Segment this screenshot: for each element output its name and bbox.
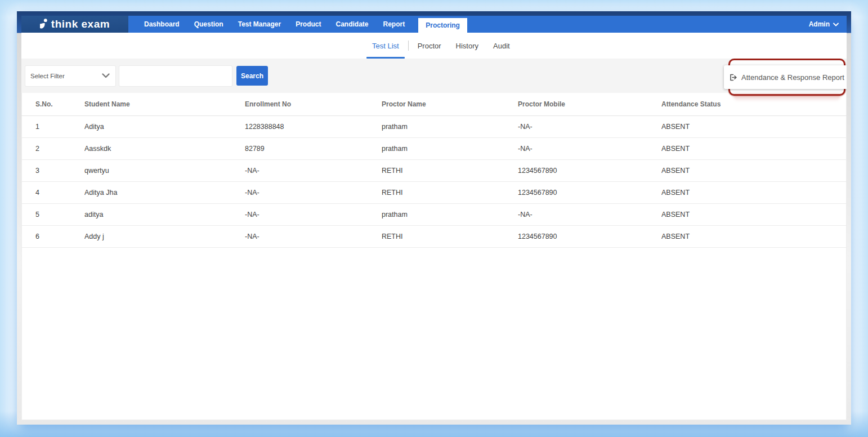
table-row: 5aditya-NA-pratham-NA-ABSENT (21, 203, 847, 225)
table-row: 2Aasskdk82789pratham-NA-ABSENT (21, 137, 847, 159)
table-cell: 2 (21, 137, 84, 159)
table-cell: 6 (21, 225, 84, 247)
table-cell: -NA- (245, 181, 382, 203)
tab-test-list[interactable]: Test List (365, 33, 406, 59)
table-cell: 1234567890 (518, 225, 661, 247)
table-cell: 1234567890 (518, 181, 661, 203)
search-button[interactable]: Search (236, 66, 268, 86)
table-cell: ABSENT (661, 137, 847, 159)
table-cell: RETHI (382, 159, 518, 181)
brand-logo[interactable]: think exam (21, 16, 128, 33)
table-cell: 82789 (245, 137, 382, 159)
table-cell: -NA- (245, 225, 382, 247)
admin-user-menu[interactable]: Admin (809, 16, 847, 33)
attendance-table: S.No. Student Name Enrollment No Proctor… (21, 93, 847, 248)
annotation-highlight-box: Attendance & Response Report (728, 59, 845, 96)
admin-label: Admin (809, 20, 830, 28)
table-cell: -NA- (518, 203, 661, 225)
table-cell: Aasskdk (84, 137, 245, 159)
column-header-proctor-mobile: Proctor Mobile (518, 93, 661, 115)
chevron-down-icon (833, 23, 839, 26)
nav-item-question[interactable]: Question (193, 16, 225, 33)
table-cell: -NA- (518, 137, 661, 159)
brand-name: think exam (51, 18, 110, 30)
table-cell: -NA- (245, 159, 382, 181)
table-cell: ABSENT (661, 203, 847, 225)
table-cell: pratham (382, 137, 518, 159)
table-cell: 1234567890 (518, 159, 661, 181)
window-frame: think exam Dashboard Question Test Manag… (17, 11, 851, 425)
table-row: 1Aditya1228388848pratham-NA-ABSENT (21, 115, 847, 137)
table-cell: -NA- (245, 203, 382, 225)
table-cell: ABSENT (661, 181, 847, 203)
filter-select-label: Select Filter (30, 73, 65, 79)
table-cell: pratham (382, 203, 518, 225)
nav-item-product[interactable]: Product (294, 16, 322, 33)
table-cell: 3 (21, 159, 84, 181)
filter-toolbar: Select Filter Search (21, 59, 847, 93)
column-header-sno: S.No. (21, 93, 84, 115)
table-cell: qwertyu (84, 159, 245, 181)
top-navbar: think exam Dashboard Question Test Manag… (21, 16, 847, 33)
table-cell: ABSENT (661, 115, 847, 137)
tab-proctor[interactable]: Proctor (410, 33, 449, 59)
column-header-student-name: Student Name (84, 93, 245, 115)
subnav-tabs: Test List Proctor History Audit (21, 33, 847, 59)
table-cell: 5 (21, 203, 84, 225)
nav-item-report[interactable]: Report (382, 16, 406, 33)
table-cell: RETHI (382, 181, 518, 203)
nav-item-test-manager[interactable]: Test Manager (237, 16, 282, 33)
table-cell: Aditya (84, 115, 245, 137)
table-row: 4Aditya Jha-NA-RETHI1234567890ABSENT (21, 181, 847, 203)
report-button-label: Attendance & Response Report (741, 73, 844, 82)
table-cell: -NA- (518, 115, 661, 137)
brand-icon (40, 19, 47, 30)
table-cell: ABSENT (661, 225, 847, 247)
export-icon (730, 74, 737, 81)
chevron-down-icon (102, 73, 110, 78)
table-cell: 1228388848 (245, 115, 382, 137)
table-cell: 1 (21, 115, 84, 137)
nav-items: Dashboard Question Test Manager Product … (143, 16, 467, 33)
filter-select[interactable]: Select Filter (25, 66, 115, 86)
table-body: 1Aditya1228388848pratham-NA-ABSENT2Aassk… (21, 115, 847, 247)
nav-item-candidate[interactable]: Candidate (335, 16, 370, 33)
table-cell: aditya (84, 203, 245, 225)
attendance-response-report-button[interactable]: Attendance & Response Report (724, 65, 847, 89)
table-cell: RETHI (382, 225, 518, 247)
tab-audit[interactable]: Audit (486, 33, 517, 59)
app-window: think exam Dashboard Question Test Manag… (21, 16, 847, 420)
table-cell: Aditya Jha (84, 181, 245, 203)
tab-divider (408, 41, 409, 51)
tab-history[interactable]: History (449, 33, 486, 59)
nav-item-proctoring[interactable]: Proctoring (418, 18, 467, 33)
table-row: 3qwertyu-NA-RETHI1234567890ABSENT (21, 159, 847, 181)
table-row: 6Addy j-NA-RETHI1234567890ABSENT (21, 225, 847, 247)
column-header-proctor-name: Proctor Name (382, 93, 518, 115)
search-input[interactable] (119, 66, 232, 86)
table-cell: pratham (382, 115, 518, 137)
nav-item-dashboard[interactable]: Dashboard (143, 16, 181, 33)
table-cell: 4 (21, 181, 84, 203)
table-cell: Addy j (84, 225, 245, 247)
column-header-enrollment-no: Enrollment No (245, 93, 382, 115)
table-header: S.No. Student Name Enrollment No Proctor… (21, 93, 847, 115)
page-background: think exam Dashboard Question Test Manag… (0, 0, 868, 437)
table-cell: ABSENT (661, 159, 847, 181)
